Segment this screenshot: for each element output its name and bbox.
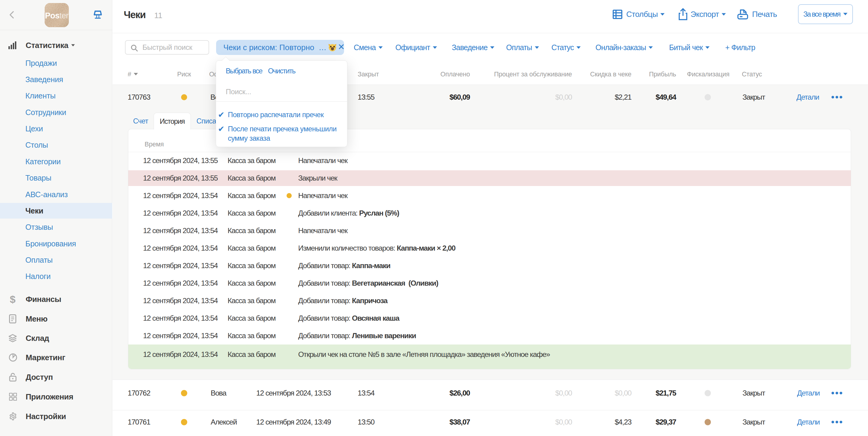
svg-text:Poster: Poster	[45, 11, 69, 20]
